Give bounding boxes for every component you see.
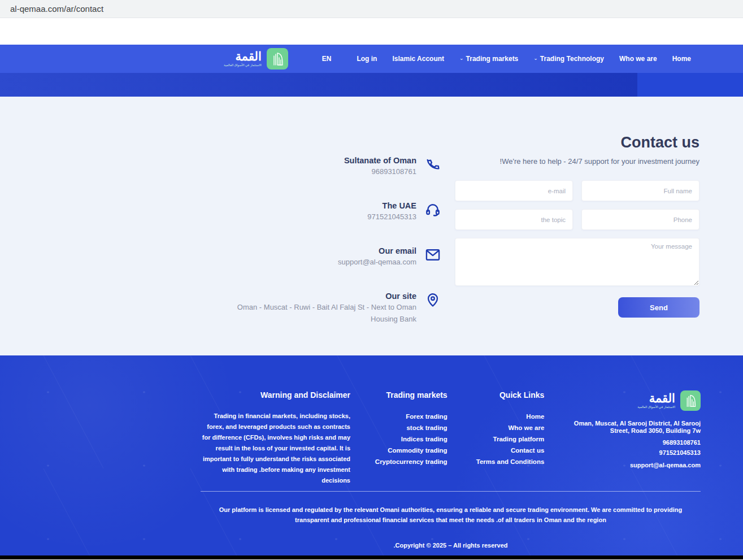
page-subtitle: !We're here to help - 24/7 support for y… <box>500 157 699 166</box>
contact-value: 971521045313 <box>367 211 416 223</box>
hero-band-light <box>637 73 743 97</box>
buildings-logo-icon <box>680 390 701 411</box>
nav-item-trading-technology[interactable]: ⌄ Trading Technology <box>533 55 604 63</box>
footer-link-forex-trading[interactable]: Forex trading <box>368 411 447 422</box>
footer-logo: القمة الاستثمار في الأسواق العالمية <box>562 390 701 411</box>
contact-item-email: Our email support@al-qemaa.com <box>220 246 441 268</box>
location-pin-icon <box>425 292 441 308</box>
email-field[interactable] <box>455 180 573 201</box>
nav-item-login[interactable]: Log in <box>357 55 377 63</box>
footer-link-who-we-are[interactable]: Who we are <box>465 422 544 433</box>
full-name-field[interactable] <box>581 180 699 201</box>
contact-value: support@al-qemaa.com <box>338 256 416 268</box>
footer-copyright: .Copyright © 2025 – All rights reserved <box>201 542 701 549</box>
quick-links-title: Quick Links <box>465 390 544 400</box>
headset-icon <box>425 202 441 218</box>
footer-link-cryptocurrency-trading[interactable]: Cryptocurrency trading <box>368 456 447 467</box>
footer-company-column: القمة الاستثمار في الأسواق العالمية Oman… <box>562 390 701 491</box>
page-url: al-qemaa.com/ar/contact <box>10 4 103 14</box>
contact-item-uae-phone: The UAE 971521045313 <box>220 201 441 223</box>
logo-tagline: الاستثمار في الأسواق العالمية <box>224 63 262 67</box>
contact-value: 96893108761 <box>344 166 416 177</box>
nav-item-trading-markets[interactable]: ⌄ Trading markets <box>459 55 518 63</box>
contact-info-list: Sultanate of Oman 96893108761 The UAE 97… <box>220 155 441 348</box>
buildings-logo-icon <box>267 48 288 70</box>
logo-title: القمة <box>224 51 262 62</box>
nav-item-home[interactable]: Home <box>672 55 691 63</box>
send-button[interactable]: Send <box>618 297 699 318</box>
nav-menu: EN Log in Islamic Account ⌄ Trading mark… <box>322 55 691 63</box>
nav-item-who-we-are[interactable]: Who we are <box>619 55 657 63</box>
contact-label: The UAE <box>367 201 416 211</box>
phone-field[interactable] <box>581 209 699 230</box>
footer-disclaimer-column: Warning and Disclaimer Trading in financ… <box>201 390 350 491</box>
disclaimer-title: Warning and Disclaimer <box>201 390 350 400</box>
trading-markets-title: Trading markets <box>368 390 447 400</box>
browser-address-bar[interactable]: al-qemaa.com/ar/contact <box>0 0 743 18</box>
footer-link-home[interactable]: Home <box>465 411 544 422</box>
chevron-down-icon: ⌄ <box>459 55 464 61</box>
contact-label: Our email <box>338 246 416 256</box>
hero-band-dark <box>0 73 637 97</box>
contact-item-oman-phone: Sultanate of Oman 96893108761 <box>220 155 441 177</box>
footer-divider <box>201 491 701 492</box>
footer-quick-links-column: Quick Links Home Who we are Trading plat… <box>465 390 544 491</box>
page-title: Contact us <box>620 134 699 151</box>
disclaimer-body: Trading in financial markets, including … <box>201 411 350 486</box>
contact-form: Send <box>455 180 699 318</box>
footer: Warning and Disclaimer Trading in financ… <box>0 355 743 555</box>
footer-link-commodity-trading[interactable]: Commodity trading <box>368 445 447 456</box>
footer-link-terms-and-conditions[interactable]: Terms and Conditions <box>465 456 544 467</box>
envelope-icon <box>425 247 441 263</box>
contact-section: Contact us !We're here to help - 24/7 su… <box>0 97 743 355</box>
hero-band <box>0 73 743 97</box>
contact-label: Sultanate of Oman <box>344 155 416 166</box>
footer-logo-tagline: الاستثمار في الأسواق العالمية <box>637 405 675 409</box>
contact-label: Our site <box>220 291 416 301</box>
footer-email: support@al-qemaa.com <box>562 462 701 469</box>
footer-phone-uae: 971521045313 <box>562 449 701 457</box>
contact-value: Oman - Muscat - Ruwi - Bait Al Falaj St … <box>220 301 416 325</box>
footer-license-text: Our platform is licensed and regulated b… <box>202 505 699 525</box>
chevron-down-icon: ⌄ <box>533 55 538 61</box>
footer-phone-oman: 96893108761 <box>562 439 701 446</box>
footer-link-indices-trading[interactable]: Indices trading <box>368 433 447 445</box>
top-white-strip <box>0 18 743 45</box>
footer-link-contact-us[interactable]: Contact us <box>465 445 544 456</box>
main-navbar: القمة الاستثمار في الأسواق العالمية EN L… <box>0 45 743 73</box>
nav-item-language[interactable]: EN <box>322 55 332 63</box>
nav-item-islamic-account[interactable]: Islamic Account <box>392 55 444 63</box>
message-field[interactable] <box>455 238 699 286</box>
topic-field[interactable] <box>455 209 573 230</box>
footer-link-stock-trading[interactable]: stock trading <box>368 422 447 433</box>
footer-logo-title: القمة <box>637 393 675 404</box>
footer-link-trading-platform[interactable]: Trading platform <box>465 433 544 445</box>
footer-address: Oman, Muscat, Al Sarooj District, Al Sar… <box>562 420 701 435</box>
contact-item-site-address: Our site Oman - Muscat - Ruwi - Bait Al … <box>220 291 441 325</box>
site-logo[interactable]: القمة الاستثمار في الأسواق العالمية <box>224 48 288 70</box>
phone-icon <box>425 157 441 172</box>
footer-trading-markets-column: Trading markets Forex trading stock trad… <box>368 390 447 491</box>
bottom-black-strip <box>0 555 743 559</box>
